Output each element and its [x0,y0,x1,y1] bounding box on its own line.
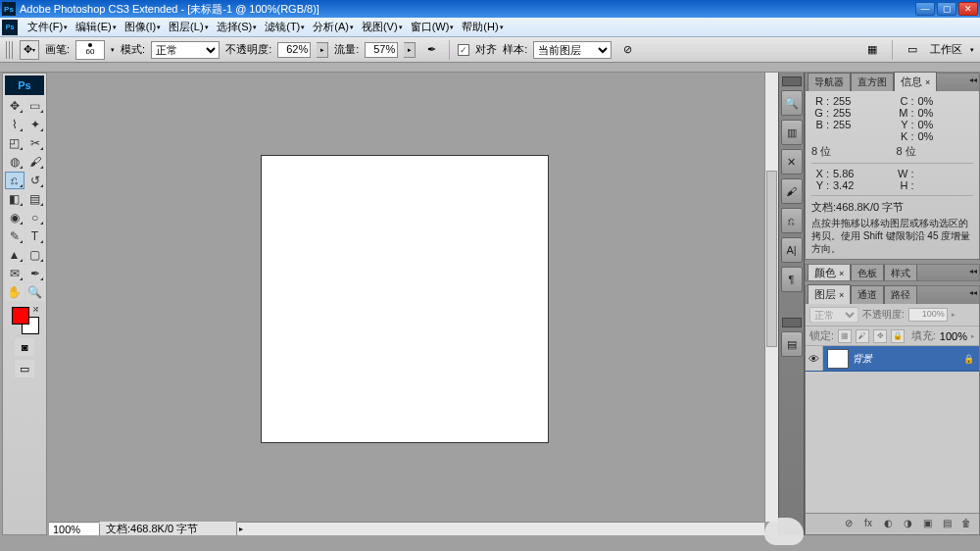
panel-collapse-icon[interactable]: ◂◂ [969,75,977,84]
eraser-tool[interactable]: ◧ [5,190,24,208]
status-menu-icon[interactable]: ▸ [237,525,245,533]
swatches-tab[interactable]: 色板 [851,264,884,281]
layer-name[interactable]: 背景 [853,352,963,366]
menu-window[interactable]: 窗口(W)▾ [407,18,459,36]
layer-comps-mini-icon[interactable]: ▤ [781,331,803,357]
menu-select[interactable]: 选择(S)▾ [213,18,262,36]
brushes-mini-icon[interactable]: 🖌 [781,178,803,204]
clone-source-mini-icon[interactable]: ⎌ [781,208,803,233]
brush-picker[interactable]: 60 [75,40,105,60]
color-swatches[interactable]: ⤭ [10,305,39,334]
vertical-scrollbar[interactable] [764,73,778,522]
info-tab[interactable]: 信息× [894,72,937,91]
move-tool[interactable]: ✥ [5,97,24,115]
layer-style-icon[interactable]: fx [861,517,875,530]
layer-row[interactable]: 👁 背景 🔒 [806,346,979,372]
blend-mode-select[interactable]: 正常 [809,307,858,323]
adjustment-layer-icon[interactable]: ◑ [901,517,914,530]
layer-visibility-icon[interactable]: 👁 [806,346,823,371]
menu-file[interactable]: 文件(F)▾ [24,18,72,36]
quick-mask-icon[interactable]: ◙ [15,338,34,356]
layer-fill-input[interactable]: 100% [940,330,967,342]
magic-wand-tool[interactable]: ✦ [25,116,45,133]
brush-dropdown-icon[interactable]: ▾ [111,46,115,54]
paths-tab[interactable]: 路径 [884,285,917,304]
ignore-adjustment-icon[interactable]: ⊘ [617,40,637,60]
hand-tool[interactable]: ✋ [5,283,24,301]
menu-filter[interactable]: 滤镜(T)▾ [261,18,309,36]
sample-select[interactable]: 当前图层 [533,41,612,59]
color-tab[interactable]: 颜色× [808,264,851,281]
channels-tab[interactable]: 通道 [851,285,884,304]
layer-opacity-input[interactable]: 100% [908,308,948,322]
group-icon[interactable]: ▣ [920,517,934,530]
zoom-tool[interactable]: 🔍 [25,283,45,301]
shape-tool[interactable]: ▢ [25,246,45,264]
lock-position-icon[interactable]: ✥ [873,329,887,343]
optionsbar-grip[interactable] [6,41,14,59]
dock-collapse-toggle[interactable] [782,76,802,86]
new-layer-icon[interactable]: ▤ [940,517,954,530]
clone-stamp-tool[interactable]: ⎌ [5,172,24,189]
lasso-tool[interactable]: ⌇ [5,116,24,133]
layer-mask-icon[interactable]: ◐ [881,517,895,530]
opacity-stepper[interactable]: ▸ [317,42,328,58]
character-mini-icon[interactable]: A| [781,237,803,263]
mode-select[interactable]: 正常 [151,41,220,59]
menu-view[interactable]: 视图(V)▾ [358,18,407,36]
dock-collapse-toggle-2[interactable] [782,318,802,327]
dodge-tool[interactable]: ○ [25,209,45,226]
screen-mode-standard-icon[interactable]: ▭ [15,360,34,377]
menu-help[interactable]: 帮助(H)▾ [458,18,507,36]
marquee-tool[interactable]: ▭ [25,97,45,115]
bridge-icon[interactable]: ▦ [862,40,882,60]
panel-collapse-icon[interactable]: ◂◂ [969,288,977,297]
histogram-tab[interactable]: 直方图 [851,73,894,91]
doc-size-status[interactable]: 文档:468.8K/0 字节 [100,522,237,535]
crop-tool[interactable]: ◰ [5,134,24,152]
pen-tool[interactable]: ✎ [5,227,24,245]
tools-mini-icon[interactable]: ✕ [781,149,803,175]
healing-brush-tool[interactable]: ◍ [5,153,24,171]
paragraph-mini-icon[interactable]: ¶ [781,267,803,292]
lock-image-icon[interactable]: 🖌 [856,329,869,343]
eyedropper-tool[interactable]: ✒ [25,265,45,282]
lock-all-icon[interactable]: 🔒 [891,329,905,343]
path-selection-tool[interactable]: ▲ [5,246,24,264]
menu-edit[interactable]: 编辑(E)▾ [72,18,121,36]
foreground-color[interactable] [12,307,29,325]
aligned-checkbox[interactable]: ✓ [458,44,469,56]
navigator-tab[interactable]: 导航器 [808,73,851,91]
workspace-dropdown-icon[interactable]: ▾ [970,46,974,54]
menu-layer[interactable]: 图层(L)▾ [165,18,212,36]
zoom-level[interactable]: 100% [49,524,100,535]
panel-collapse-icon[interactable]: ◂◂ [969,267,977,276]
document-canvas[interactable] [261,155,549,443]
layers-tab[interactable]: 图层× [808,284,851,304]
airbrush-icon[interactable]: ✒ [421,40,441,60]
delete-layer-icon[interactable]: 🗑 [959,517,973,530]
tool-preset-picker[interactable]: ✥▾ [20,40,39,60]
type-tool[interactable]: T [25,227,45,245]
layer-thumbnail[interactable] [827,349,849,369]
opacity-input[interactable]: 62% [277,42,311,58]
link-layers-icon[interactable]: ⊘ [842,517,856,530]
navigator-mini-icon[interactable]: 🔍 [781,90,803,116]
gradient-tool[interactable]: ▤ [25,190,45,208]
styles-tab[interactable]: 样式 [884,264,917,281]
minimize-button[interactable]: — [915,2,935,16]
flow-stepper[interactable]: ▸ [404,42,416,58]
brush-tool[interactable]: 🖌 [25,153,45,171]
swap-colors-icon[interactable]: ⤭ [32,305,39,314]
blur-tool[interactable]: ◉ [5,209,24,226]
histogram-mini-icon[interactable]: ▥ [781,120,803,145]
notes-tool[interactable]: ✉ [5,265,24,282]
slice-tool[interactable]: ✂ [25,134,45,152]
menu-image[interactable]: 图像(I)▾ [121,18,165,36]
lock-transparent-icon[interactable]: ▦ [838,329,852,343]
close-button[interactable]: ✕ [958,2,978,16]
flow-input[interactable]: 57% [365,42,398,58]
maximize-button[interactable]: ▢ [937,2,956,16]
menu-analysis[interactable]: 分析(A)▾ [309,18,358,36]
ps-logo-icon[interactable]: Ps [5,75,44,95]
